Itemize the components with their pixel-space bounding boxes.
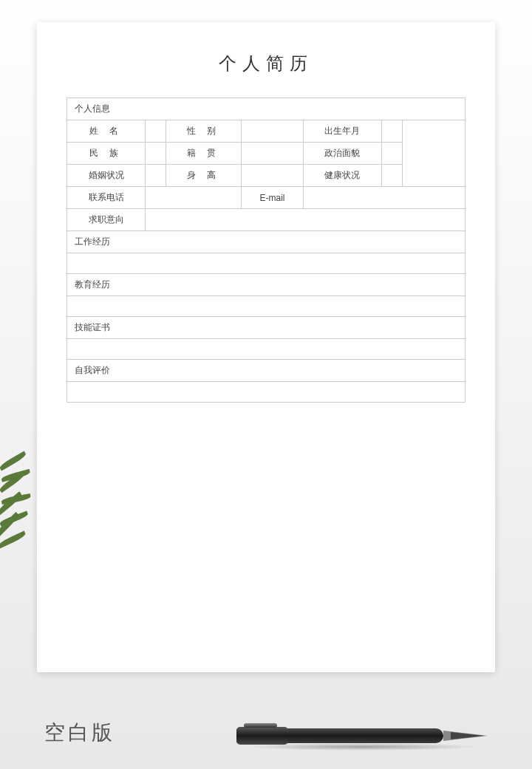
- value-self-evaluation[interactable]: [67, 382, 466, 403]
- value-origin[interactable]: [242, 143, 304, 165]
- label-name: 姓 名: [67, 120, 146, 143]
- section-education: 教育经历: [67, 274, 466, 296]
- section-work-experience: 工作经历: [67, 231, 466, 253]
- footer-label: 空白版: [44, 719, 115, 747]
- label-health: 健康状况: [303, 165, 381, 187]
- label-marital: 婚姻状况: [67, 165, 146, 187]
- label-email: E-mail: [242, 187, 304, 209]
- value-education[interactable]: [67, 296, 466, 317]
- value-height[interactable]: [242, 165, 304, 187]
- label-height: 身 高: [166, 165, 242, 187]
- value-skills[interactable]: [67, 339, 466, 360]
- value-phone[interactable]: [146, 187, 242, 209]
- value-political[interactable]: [382, 143, 403, 165]
- section-personal-info: 个人信息: [67, 98, 466, 120]
- value-birth[interactable]: [382, 120, 403, 143]
- resume-form-table: 个人信息 姓 名 性 别 出生年月 民 族 籍 贯 政治面貌 婚姻状况 身 高 …: [66, 98, 466, 403]
- resume-page: 个人简历 个人信息 姓 名 性 别 出生年月 民 族 籍 贯 政治面貌 婚姻状况…: [37, 22, 495, 672]
- value-health[interactable]: [382, 165, 403, 187]
- label-ethnicity: 民 族: [67, 143, 146, 165]
- section-self-evaluation: 自我评价: [67, 360, 466, 382]
- value-work-experience[interactable]: [67, 253, 466, 274]
- page-title: 个人简历: [66, 52, 466, 75]
- value-gender[interactable]: [242, 120, 304, 143]
- value-name[interactable]: [146, 120, 166, 143]
- label-political: 政治面貌: [303, 143, 381, 165]
- label-phone: 联系电话: [67, 187, 146, 209]
- photo-cell[interactable]: [403, 120, 466, 187]
- value-email[interactable]: [303, 187, 465, 209]
- pen-decoration: [236, 725, 488, 747]
- label-gender: 性 别: [166, 120, 242, 143]
- value-ethnicity[interactable]: [146, 143, 166, 165]
- value-marital[interactable]: [146, 165, 166, 187]
- label-job-intention: 求职意向: [67, 209, 146, 231]
- label-birth: 出生年月: [303, 120, 381, 143]
- value-job-intention[interactable]: [146, 209, 466, 231]
- section-skills: 技能证书: [67, 317, 466, 339]
- label-origin: 籍 贯: [166, 143, 242, 165]
